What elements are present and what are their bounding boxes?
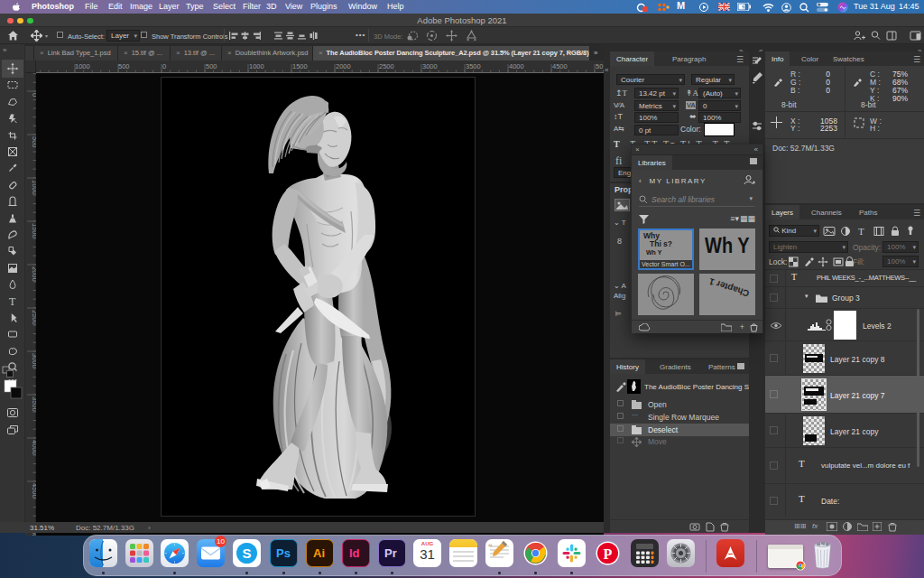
svg-text:1000: 1000 xyxy=(249,62,264,70)
svg-text:1500: 1500 xyxy=(292,62,308,70)
svg-text:3500: 3500 xyxy=(466,62,481,70)
svg-text:0: 0 xyxy=(162,62,166,70)
svg-text:4000: 4000 xyxy=(509,62,524,70)
svg-text:2500: 2500 xyxy=(379,62,394,70)
svg-text:T: T xyxy=(9,295,16,308)
svg-text:2000: 2000 xyxy=(336,62,351,70)
svg-text:T: T xyxy=(858,226,864,237)
svg-text:4500: 4500 xyxy=(552,62,568,70)
svg-text:“: “ xyxy=(488,542,493,552)
svg-text:3000: 3000 xyxy=(422,62,438,70)
svg-text:1000: 1000 xyxy=(75,62,90,70)
svg-text:50: 50 xyxy=(596,62,603,70)
svg-text:500: 500 xyxy=(206,62,217,70)
svg-text:500: 500 xyxy=(118,62,130,70)
svg-text:S: S xyxy=(242,545,251,561)
svg-text:P: P xyxy=(604,546,613,562)
